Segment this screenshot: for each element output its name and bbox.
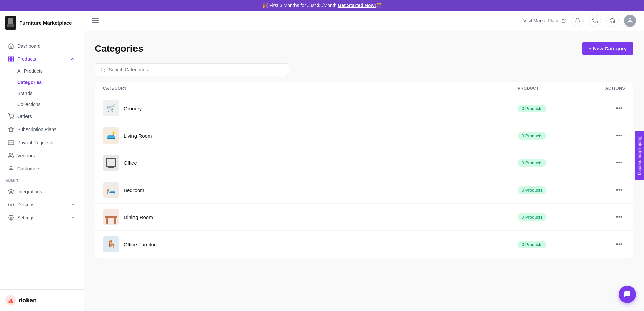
table-row: Dining Room 0 Products ••• [95,204,633,231]
phone-icon [592,18,598,24]
category-thumb-office-furn: 🪑 [103,236,119,252]
page-header: Visit MarketPlace [84,11,644,31]
more-options-button-grocery[interactable]: ••• [613,104,625,113]
chat-icon [623,290,631,298]
category-name-bedroom: Bedroom [124,187,144,193]
table-row: Office 0 Products ••• [95,149,633,176]
product-badge-bedroom: 0 Products [518,186,546,194]
page-title: Categories [95,43,143,54]
svg-line-18 [564,19,566,21]
product-badge-office: 0 Products [518,159,546,167]
admin-section-label: ADMIN [0,175,84,185]
designs-label: Designs [17,202,35,207]
categories-label: Categories [17,80,42,85]
svg-point-6 [10,118,11,119]
product-count-office: 0 Products [518,159,585,167]
categories-table: CATEGORY PRODUCT ACTIONS 🛒 Grocery 0 Pro… [95,82,633,258]
sidebar-item-settings[interactable]: Settings [3,211,81,224]
sidebar-item-vendors[interactable]: Vendors [3,149,81,162]
svg-point-12 [10,166,12,168]
sidebar-item-all-products[interactable]: All Products [3,66,81,76]
sidebar-item-designs[interactable]: Designs [3,198,81,211]
payout-label: Payout Requests [17,140,53,145]
sidebar-logo[interactable]: Furniture Marketplace [0,11,84,35]
sidebar-item-collections[interactable]: Collections [3,99,81,110]
chevron-down-icon [71,202,75,207]
page-content-area: Categories + New Category CATEGORY PRODU… [84,31,644,311]
home-icon [8,43,14,49]
sidebar-item-customers[interactable]: Customers [3,162,81,175]
svg-rect-3 [12,57,14,59]
banner-text: 🎉 First 3 Months for Just $1/Month [262,3,338,8]
vendors-label: Vendors [17,153,35,158]
more-options-button-dining[interactable]: ••• [613,212,625,222]
product-badge-office-furn: 0 Products [518,241,546,248]
sidebar-item-payout-requests[interactable]: Payout Requests [3,136,81,149]
sidebar-item-subscription-plans[interactable]: Subscription Plans [3,123,81,136]
category-thumb-living: 🛋️ [103,127,119,144]
more-options-button-office[interactable]: ••• [613,158,625,168]
user-avatar[interactable] [624,15,636,27]
category-thumb-office [103,155,119,171]
svg-point-19 [629,18,631,20]
products-label: Products [17,56,36,62]
search-input[interactable] [109,67,283,72]
customers-icon [8,166,14,172]
dining-table-icon [105,216,117,218]
promo-banner: 🎉 First 3 Months for Just $1/Month Get S… [0,0,644,11]
column-category: CATEGORY [103,86,518,91]
integrations-icon [8,189,14,195]
visit-marketplace-link[interactable]: Visit MarketPlace [523,18,566,23]
table-header: CATEGORY PRODUCT ACTIONS [95,82,633,95]
sidebar-item-categories[interactable]: Categories [3,77,81,88]
brands-label: Brands [17,91,32,96]
column-actions: ACTIONS [585,86,625,91]
chat-button[interactable] [619,286,636,303]
more-options-button-office-furn[interactable]: ••• [613,240,625,249]
get-started-link[interactable]: Get Started Now! [338,3,376,8]
search-icon [100,67,105,72]
column-product: PRODUCT [518,86,585,91]
integrations-label: Integrations [17,189,42,194]
sidebar-item-dashboard[interactable]: Dashboard [3,40,81,52]
category-name-office: Office [124,160,137,166]
designs-icon [8,202,14,208]
svg-rect-9 [8,141,14,145]
all-products-label: All Products [17,68,43,74]
category-thumb-dining [103,209,119,225]
actions-cell-office: ••• [585,158,625,168]
product-count-office-furn: 0 Products [518,241,585,248]
table-row: 🪑 Office Furniture 0 Products ••• [95,231,633,258]
dokan-logo: dokan [5,295,78,306]
category-cell-dining: Dining Room [103,209,518,225]
notifications-button[interactable] [572,15,584,27]
product-badge-dining: 0 Products [518,213,546,221]
svg-rect-4 [9,59,11,61]
svg-line-21 [104,71,105,72]
category-cell-bedroom: 🛏️ Bedroom [103,182,518,198]
products-icon [8,56,14,62]
headset-icon [609,18,615,24]
sidebar-item-products[interactable]: Products [3,53,81,65]
product-badge-living: 0 Products [518,132,546,140]
product-badge-grocery: 0 Products [518,105,546,112]
svg-point-20 [101,68,104,71]
category-name-dining: Dining Room [124,214,153,220]
sidebar-item-orders[interactable]: Orders [3,110,81,123]
sidebar-item-integrations[interactable]: Integrations [3,185,81,198]
header-right: Visit MarketPlace [523,15,636,27]
more-options-button-living[interactable]: ••• [613,131,625,141]
sidebar-item-brands[interactable]: Brands [3,88,81,99]
phone-button[interactable] [589,15,601,27]
external-link-icon [561,18,566,23]
more-options-button-bedroom[interactable]: ••• [613,185,625,195]
book-meeting-tab[interactable]: Book a free meeting [635,131,644,180]
new-category-button[interactable]: + New Category [582,42,633,55]
svg-point-14 [10,204,12,206]
support-button[interactable] [606,15,619,27]
bell-icon [575,18,581,24]
sidebar-footer: dokan [0,289,84,311]
product-count-bedroom: 0 Products [518,186,585,194]
hamburger-menu[interactable] [92,18,99,23]
category-name-office-furn: Office Furniture [124,242,158,247]
